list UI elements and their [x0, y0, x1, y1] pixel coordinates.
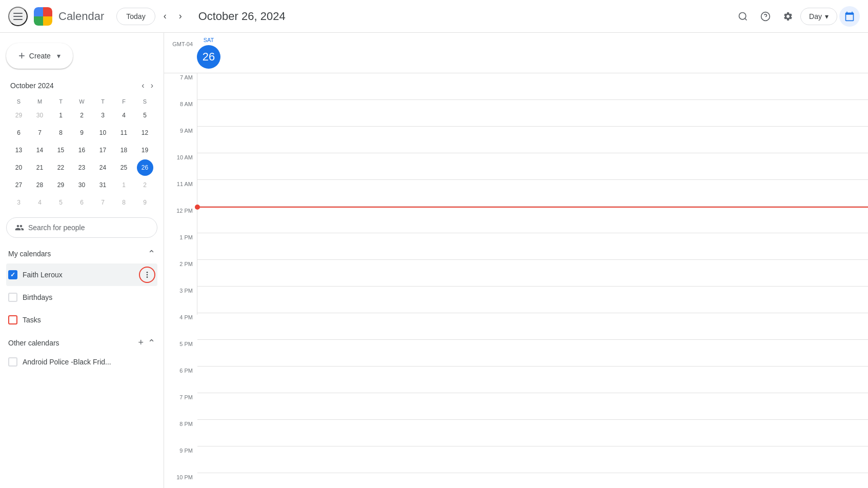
day-cell[interactable]: 6: [74, 194, 90, 211]
other-calendars-label: Other calendars: [8, 339, 59, 347]
gmt-label: GMT-04: [164, 37, 197, 47]
day-cell[interactable]: 18: [116, 142, 132, 158]
calendar-options-button-faith[interactable]: [139, 267, 155, 283]
svg-point-12: [147, 299, 148, 300]
day-header-mon: M: [29, 96, 50, 107]
day-cell[interactable]: 31: [95, 177, 111, 193]
three-dot-icon: [143, 316, 151, 324]
day-cell[interactable]: 1: [116, 177, 132, 193]
calendar-checkbox-tasks[interactable]: [8, 315, 17, 324]
day-header-sun: S: [8, 96, 29, 107]
day-cell[interactable]: 2: [74, 107, 90, 124]
create-chevron-icon: ▾: [57, 52, 60, 60]
calendar-checkbox-android[interactable]: [8, 357, 17, 367]
day-cell[interactable]: 3: [11, 194, 27, 211]
day-cell[interactable]: 30: [32, 107, 48, 124]
calendar-item-android-police[interactable]: Android Police -Black Frid...: [6, 354, 157, 370]
my-calendars-chevron-icon: ⌃: [148, 248, 155, 259]
three-dot-icon: [143, 271, 151, 279]
day-cell[interactable]: 5: [137, 107, 153, 124]
day-cell[interactable]: 10: [95, 125, 111, 141]
add-other-calendar-button[interactable]: +: [136, 335, 146, 350]
calendar-checkbox-faith[interactable]: [8, 270, 17, 279]
day-cell[interactable]: 4: [116, 107, 132, 124]
create-button[interactable]: + Create ▾: [6, 43, 73, 69]
time-slot-6pm: 6 PM: [164, 367, 197, 393]
time-slot-2pm: 2 PM: [164, 260, 197, 287]
time-slot-8am: 8 AM: [164, 100, 197, 127]
search-people-button[interactable]: Search for people: [6, 217, 157, 238]
prev-button[interactable]: ‹: [159, 7, 171, 26]
time-slot-11am: 11 AM: [164, 180, 197, 207]
calendar-item-tasks[interactable]: Tasks: [6, 309, 157, 331]
day-cell[interactable]: 25: [116, 159, 132, 176]
day-cell[interactable]: 8: [116, 194, 132, 211]
mini-next-button[interactable]: ›: [149, 79, 155, 92]
chevron-down-icon: ▾: [825, 12, 829, 21]
grid-line: [197, 233, 868, 260]
day-cell[interactable]: 12: [137, 125, 153, 141]
day-cell[interactable]: 19: [137, 142, 153, 158]
calendar-grid-button[interactable]: [839, 6, 860, 27]
time-slot-7pm: 7 PM: [164, 393, 197, 420]
day-cell[interactable]: 30: [74, 177, 90, 193]
next-button[interactable]: ›: [175, 7, 186, 26]
calendar-item-faith-leroux[interactable]: Faith Leroux: [6, 263, 157, 286]
grid-line-1pm: [197, 207, 868, 233]
view-label: Day: [809, 12, 822, 21]
view-selector[interactable]: Day ▾: [800, 8, 837, 25]
day-cell[interactable]: 9: [74, 125, 90, 141]
day-cell[interactable]: 20: [11, 159, 27, 176]
time-slot-4pm: 4 PM: [164, 313, 197, 340]
day-cell[interactable]: 4: [32, 194, 48, 211]
day-cell[interactable]: 3: [95, 107, 111, 124]
day-cell[interactable]: 29: [11, 107, 27, 124]
day-cell[interactable]: 22: [53, 159, 69, 176]
day-cell[interactable]: 13: [11, 142, 27, 158]
google-logo: [34, 7, 52, 26]
day-cell[interactable]: 28: [32, 177, 48, 193]
calendar-name-android: Android Police -Black Frid...: [23, 358, 155, 366]
grid-line: [197, 473, 868, 488]
day-cell[interactable]: 14: [32, 142, 48, 158]
day-cell[interactable]: 27: [11, 177, 27, 193]
day-cell-today[interactable]: 26: [137, 159, 153, 176]
grid-area[interactable]: [197, 73, 868, 315]
day-cell[interactable]: 29: [53, 177, 69, 193]
day-cell[interactable]: 17: [95, 142, 111, 158]
search-button[interactable]: [733, 6, 753, 27]
my-calendars-section-header[interactable]: My calendars ⌃: [6, 244, 157, 263]
day-cell[interactable]: 15: [53, 142, 69, 158]
day-cell[interactable]: 24: [95, 159, 111, 176]
mini-prev-button[interactable]: ‹: [139, 79, 146, 92]
calendar-item-birthdays[interactable]: Birthdays: [6, 286, 157, 309]
day-cell[interactable]: 11: [116, 125, 132, 141]
menu-button[interactable]: [8, 7, 28, 26]
day-header-sat: S: [134, 96, 155, 107]
calendar-checkbox-birthdays[interactable]: [8, 293, 17, 302]
day-cell[interactable]: 1: [53, 107, 69, 124]
grid-line: [197, 446, 868, 473]
mini-cal-header: October 2024 ‹ ›: [8, 77, 155, 96]
grid-line: [197, 180, 868, 207]
day-cell[interactable]: 5: [53, 194, 69, 211]
mini-cal-title: October 2024: [10, 82, 54, 90]
settings-button[interactable]: [778, 6, 798, 27]
mini-cal-nav: ‹ ›: [139, 79, 155, 92]
day-column-header: SAT 26: [197, 37, 220, 73]
day-cell[interactable]: 7: [95, 194, 111, 211]
day-cell[interactable]: 21: [32, 159, 48, 176]
grid-line: [197, 153, 868, 180]
svg-point-8: [147, 274, 148, 276]
help-button[interactable]: [755, 6, 776, 27]
other-calendars-section-header[interactable]: Other calendars + ⌃: [6, 331, 157, 354]
day-cell[interactable]: 8: [53, 125, 69, 141]
day-cell[interactable]: 2: [137, 177, 153, 193]
day-cell[interactable]: 7: [32, 125, 48, 141]
day-cell[interactable]: 9: [137, 194, 153, 211]
day-cell[interactable]: 16: [74, 142, 90, 158]
day-cell[interactable]: 6: [11, 125, 27, 141]
day-number[interactable]: 26: [197, 45, 220, 69]
day-cell[interactable]: 23: [74, 159, 90, 176]
today-button[interactable]: Today: [116, 8, 155, 25]
